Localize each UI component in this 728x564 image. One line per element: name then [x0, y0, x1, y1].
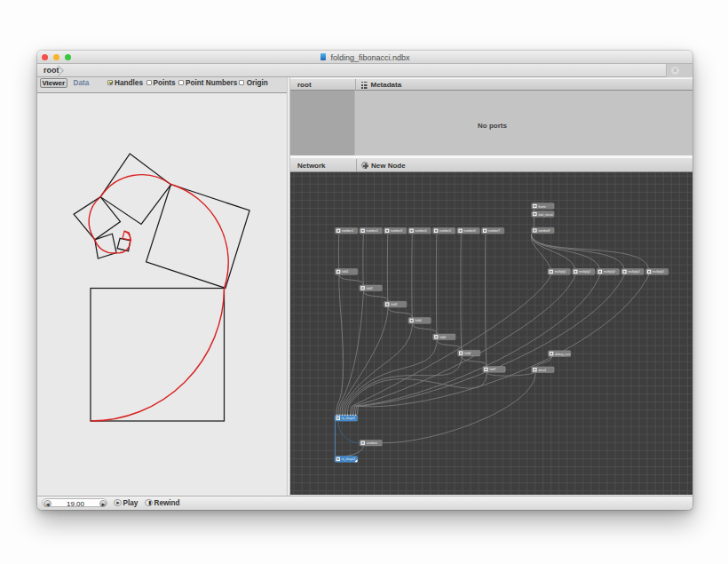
svg-text:frame: frame: [538, 205, 546, 209]
svg-text:number6: number6: [464, 229, 476, 233]
svg-text:draw1: draw1: [538, 369, 546, 372]
svg-text:combine: combine: [367, 441, 378, 445]
svg-text:debug_curv: debug_curv: [555, 353, 571, 356]
svg-text:fold6: fold6: [464, 352, 471, 355]
svg-text:to_shape2: to_shape2: [342, 458, 356, 462]
svg-text:number5: number5: [439, 229, 451, 233]
svg-text:number4: number4: [415, 229, 427, 233]
svg-text:number7: number7: [488, 229, 500, 233]
svg-text:fold7: fold7: [490, 369, 496, 372]
svg-text:number8: number8: [538, 229, 550, 233]
svg-text:multiply4: multiply4: [629, 271, 640, 274]
svg-text:wait_secon: wait_secon: [538, 213, 553, 217]
svg-text:fold3: fold3: [391, 303, 397, 306]
svg-text:fold5: fold5: [439, 336, 446, 339]
svg-text:number3: number3: [391, 229, 402, 233]
svg-text:multiply3: multiply3: [604, 271, 615, 274]
svg-text:number2: number2: [367, 229, 378, 233]
svg-text:multiply5: multiply5: [653, 271, 664, 274]
svg-text:fold2: fold2: [367, 287, 373, 290]
svg-text:multiply2: multiply2: [579, 271, 590, 274]
svg-text:multiply1: multiply1: [555, 271, 566, 274]
svg-text:to_shape1: to_shape1: [342, 417, 356, 420]
svg-text:fold1: fold1: [342, 271, 348, 274]
svg-text:fold4: fold4: [415, 320, 422, 323]
svg-text:number1: number1: [342, 229, 353, 233]
